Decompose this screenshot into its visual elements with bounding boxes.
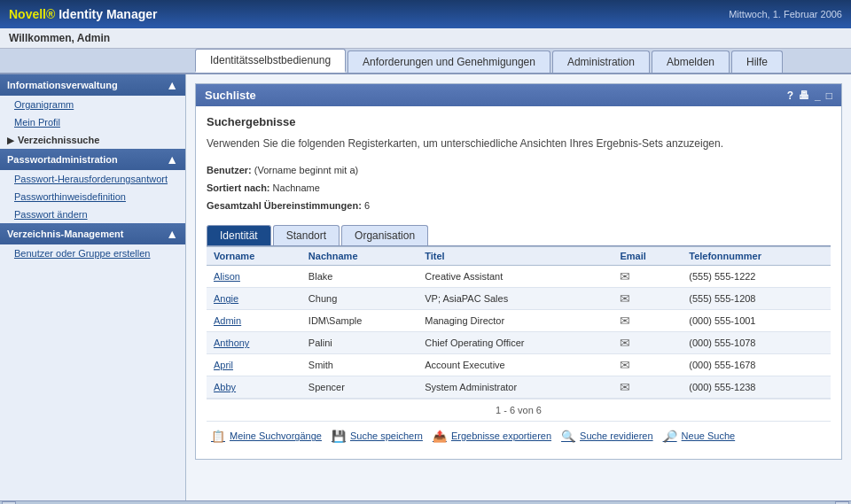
results-table: Vorname Nachname Titel Email Telefonnumm… xyxy=(207,246,831,399)
content-area: Suchliste ? 🖶 _ □ Suchergebnisse Verwend… xyxy=(186,74,851,500)
sidebar-item-password-hint[interactable]: Passworthinweisdefinition xyxy=(0,188,185,205)
cell-nachname: Spencer xyxy=(301,376,418,399)
app-name: Identity Manager xyxy=(59,7,157,21)
cell-vorname[interactable]: Anthony xyxy=(207,332,301,354)
cell-email[interactable]: ✉ xyxy=(613,288,682,310)
cell-nachname: Smith xyxy=(301,354,418,376)
table-row: AbbySpencerSystem Administrator✉(000) 55… xyxy=(207,376,831,399)
novell-brand: Novell® xyxy=(9,7,55,21)
result-tab-identity[interactable]: Identität xyxy=(207,225,271,245)
tab-help[interactable]: Hilfe xyxy=(731,50,783,73)
sidebar-item-myprofile[interactable]: Mein Profil xyxy=(0,113,185,131)
table-row: AprilSmithAccount Executive✉(000) 555-16… xyxy=(207,354,831,376)
scroll-left-arrow[interactable]: ◀ xyxy=(2,501,16,505)
new-search-button[interactable]: 🔎 Neue Suche xyxy=(662,429,736,443)
tab-identity-self-service[interactable]: Identitätsselbstbedienung xyxy=(195,49,346,73)
revise-search-button[interactable]: 🔍 Suche revidieren xyxy=(560,429,653,443)
cell-telefon: (000) 555-1001 xyxy=(682,310,831,332)
sidebar-group-directory-search[interactable]: ▶ Verzeichnissuche xyxy=(0,131,185,149)
email-icon[interactable]: ✉ xyxy=(620,358,630,372)
email-icon[interactable]: ✉ xyxy=(620,314,630,328)
cell-vorname[interactable]: Abby xyxy=(207,376,301,399)
criteria-sortiert: Sortiert nach: Nachname xyxy=(207,180,831,198)
scroll-right-arrow[interactable]: ▶ xyxy=(835,501,849,505)
nav-tabs: Identitätsselbstbedienung Anforderungen … xyxy=(0,49,851,74)
cell-nachname: Chung xyxy=(301,288,418,310)
horizontal-scrollbar[interactable]: ◀ ▶ xyxy=(0,500,851,504)
cell-vorname[interactable]: Alison xyxy=(207,266,301,288)
collapse-icon-2[interactable]: ▲ xyxy=(166,152,178,167)
cell-titel: System Administrator xyxy=(418,376,613,399)
minimize-icon[interactable]: _ xyxy=(815,89,821,102)
header: Novell® Identity Manager Mittwoch, 1. Fe… xyxy=(0,0,851,28)
tab-administration[interactable]: Administration xyxy=(552,50,650,73)
maximize-icon[interactable]: □ xyxy=(826,89,832,102)
cell-nachname: Blake xyxy=(301,266,418,288)
result-tab-organisation[interactable]: Organisation xyxy=(341,225,428,245)
cell-email[interactable]: ✉ xyxy=(613,332,682,354)
cell-nachname: Palini xyxy=(301,332,418,354)
new-search-icon: 🔎 xyxy=(662,429,678,443)
col-email[interactable]: Email xyxy=(613,247,682,266)
cell-vorname[interactable]: Angie xyxy=(207,288,301,310)
cell-titel: Chief Operating Officer xyxy=(418,332,613,354)
criteria-sortiert-value: Nachname xyxy=(273,182,320,193)
main-layout: Informationsverwaltung ▲ Organigramm Mei… xyxy=(0,74,851,500)
email-icon[interactable]: ✉ xyxy=(620,336,630,350)
my-searches-icon: 📋 xyxy=(210,429,226,443)
collapse-icon-3[interactable]: ▲ xyxy=(166,227,178,241)
table-row: AlisonBlakeCreative Assistant✉(555) 555-… xyxy=(207,266,831,288)
print-icon[interactable]: 🖶 xyxy=(799,89,809,102)
cell-email[interactable]: ✉ xyxy=(613,376,682,399)
table-header-row: Vorname Nachname Titel Email Telefonnumm… xyxy=(207,247,831,266)
panel-title: Suchliste xyxy=(205,89,256,102)
tab-requests-approvals[interactable]: Anforderungen und Genehmigungen xyxy=(347,50,550,73)
cell-email[interactable]: ✉ xyxy=(613,266,682,288)
col-nachname[interactable]: Nachname xyxy=(301,247,418,266)
cell-titel: VP; AsiaPAC Sales xyxy=(418,288,613,310)
export-results-button[interactable]: 📤 Ergebnisse exportieren xyxy=(432,429,551,443)
save-search-label: Suche speichern xyxy=(350,430,423,441)
email-icon[interactable]: ✉ xyxy=(620,269,630,283)
save-search-button[interactable]: 💾 Suche speichern xyxy=(331,429,423,443)
table-row: AngieChungVP; AsiaPAC Sales✉(555) 555-12… xyxy=(207,288,831,310)
cell-titel: Account Executive xyxy=(418,354,613,376)
sidebar-item-change-password[interactable]: Passwort ändern xyxy=(0,205,185,223)
cell-telefon: (555) 555-1208 xyxy=(682,288,831,310)
cell-titel: Creative Assistant xyxy=(418,266,613,288)
sidebar-item-create-user-group[interactable]: Benutzer oder Gruppe erstellen xyxy=(0,244,185,262)
export-icon: 📤 xyxy=(432,429,448,443)
table-row: AdminIDM\SampleManaging Director✉(000) 5… xyxy=(207,310,831,332)
sidebar-item-orgchart[interactable]: Organigramm xyxy=(0,96,185,113)
collapse-icon[interactable]: ▲ xyxy=(166,78,178,92)
sidebar: Informationsverwaltung ▲ Organigramm Mei… xyxy=(0,74,186,500)
tab-logout[interactable]: Abmelden xyxy=(652,50,730,73)
welcome-text: Willkommen, Admin xyxy=(9,32,110,44)
criteria-sortiert-label: Sortiert nach: xyxy=(207,182,270,193)
criteria-gesamtzahl-value: 6 xyxy=(364,200,370,211)
sidebar-section-info: Informationsverwaltung ▲ xyxy=(0,74,185,96)
arrow-icon: ▶ xyxy=(7,136,14,145)
panel-title-bar: Suchliste ? 🖶 _ □ xyxy=(196,84,841,106)
panel-icons: ? 🖶 _ □ xyxy=(787,89,832,102)
email-icon[interactable]: ✉ xyxy=(620,291,630,306)
criteria-benutzer-value: (Vorname beginnt mit a) xyxy=(254,165,358,175)
cell-email[interactable]: ✉ xyxy=(613,310,682,332)
cell-vorname[interactable]: Admin xyxy=(207,310,301,332)
search-criteria: Benutzer: (Vorname beginnt mit a) Sortie… xyxy=(207,162,831,214)
col-vorname[interactable]: Vorname xyxy=(207,247,301,266)
pagination: 1 - 6 von 6 xyxy=(207,399,831,421)
new-search-label: Neue Suche xyxy=(682,430,736,441)
email-icon[interactable]: ✉ xyxy=(620,380,630,394)
cell-vorname[interactable]: April xyxy=(207,354,301,376)
cell-email[interactable]: ✉ xyxy=(613,354,682,376)
save-search-icon: 💾 xyxy=(331,429,347,443)
sidebar-item-password-challenge[interactable]: Passwort-Herausforderungsantwort xyxy=(0,170,185,188)
result-tab-location[interactable]: Standort xyxy=(273,225,340,245)
my-searches-button[interactable]: 📋 Meine Suchvorgänge xyxy=(210,429,322,443)
sidebar-section-password: Passwortadministration ▲ xyxy=(0,149,185,170)
cell-telefon: (555) 555-1222 xyxy=(682,266,831,288)
cell-telefon: (000) 555-1238 xyxy=(682,376,831,399)
help-icon[interactable]: ? xyxy=(787,89,793,102)
sidebar-group-label-text: Verzeichnissuche xyxy=(18,135,99,145)
